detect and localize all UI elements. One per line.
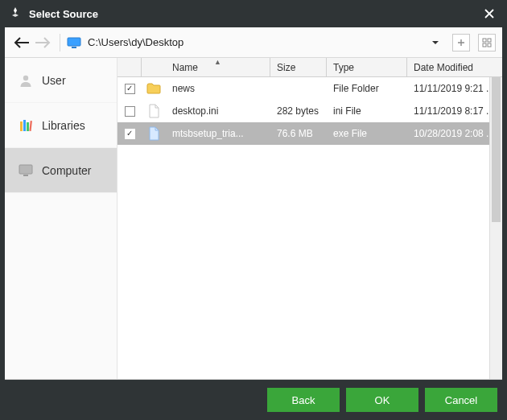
sidebar-item-user[interactable]: User bbox=[5, 58, 117, 103]
svg-rect-4 bbox=[483, 43, 486, 47]
nav-forward-button[interactable] bbox=[32, 32, 53, 53]
svg-rect-7 bbox=[20, 121, 23, 131]
sidebar-item-computer[interactable]: Computer bbox=[5, 148, 117, 193]
path-display[interactable]: C:\Users\dy\Desktop bbox=[88, 36, 427, 48]
sidebar-item-label: Libraries bbox=[42, 119, 85, 132]
close-button[interactable] bbox=[476, 1, 502, 27]
svg-rect-0 bbox=[68, 38, 80, 46]
column-check[interactable] bbox=[117, 58, 142, 76]
libraries-icon bbox=[18, 117, 34, 134]
svg-rect-2 bbox=[483, 39, 486, 42]
file-type: ini File bbox=[327, 105, 407, 117]
svg-rect-3 bbox=[488, 39, 491, 42]
file-icon bbox=[142, 104, 166, 118]
svg-rect-1 bbox=[72, 47, 76, 48]
svg-rect-10 bbox=[29, 120, 32, 130]
cancel-button[interactable]: Cancel bbox=[425, 388, 497, 412]
file-date: 11/11/2019 8:17 ... bbox=[407, 105, 502, 117]
ok-button[interactable]: OK bbox=[346, 388, 418, 412]
file-type: File Folder bbox=[327, 83, 407, 94]
column-name[interactable]: ▲ Name bbox=[166, 58, 270, 76]
computer-icon bbox=[18, 163, 34, 179]
svg-rect-11 bbox=[19, 165, 32, 174]
svg-rect-8 bbox=[23, 120, 26, 131]
file-size: 282 bytes bbox=[270, 105, 327, 117]
column-size[interactable]: Size bbox=[270, 58, 327, 76]
file-rows: ✓newsFile Folder11/11/2019 9:21 ...deskt… bbox=[117, 77, 502, 379]
sidebar-item-libraries[interactable]: Libraries bbox=[5, 103, 117, 148]
svg-rect-9 bbox=[27, 122, 29, 131]
monitor-icon bbox=[67, 37, 81, 48]
table-row[interactable]: ✓mtsbsetup_tria...76.6 MBexe File10/28/2… bbox=[117, 122, 502, 145]
table-row[interactable]: ✓newsFile Folder11/11/2019 9:21 ... bbox=[117, 77, 502, 100]
svg-rect-12 bbox=[23, 175, 28, 176]
svg-point-6 bbox=[23, 75, 28, 80]
file-name: news bbox=[166, 83, 270, 94]
sidebar-item-label: Computer bbox=[42, 164, 91, 177]
column-date[interactable]: Date Modified bbox=[407, 58, 502, 76]
titlebar: Select Source bbox=[0, 0, 507, 27]
svg-rect-5 bbox=[488, 43, 491, 47]
scrollbar-thumb[interactable] bbox=[492, 77, 501, 222]
file-name: desktop.ini bbox=[166, 105, 270, 117]
checkbox[interactable] bbox=[125, 106, 135, 117]
file-icon bbox=[142, 126, 166, 141]
column-type[interactable]: Type bbox=[327, 58, 407, 76]
sidebar: User Libraries Computer bbox=[5, 58, 117, 379]
file-pane: ▲ Name Size Type Date Modified ✓newsFile… bbox=[117, 58, 502, 379]
file-type: exe File bbox=[327, 128, 407, 139]
sort-asc-icon: ▲ bbox=[214, 58, 221, 66]
scrollbar-vertical[interactable] bbox=[489, 77, 502, 379]
checkbox[interactable]: ✓ bbox=[125, 84, 135, 94]
file-name: mtsbsetup_tria... bbox=[166, 128, 270, 139]
checkbox[interactable]: ✓ bbox=[125, 129, 135, 139]
back-button[interactable]: Back bbox=[267, 388, 340, 412]
file-date: 11/11/2019 9:21 ... bbox=[407, 83, 502, 94]
user-icon bbox=[18, 72, 34, 89]
new-folder-button[interactable] bbox=[452, 34, 470, 51]
view-toggle-button[interactable] bbox=[478, 34, 496, 51]
app-icon bbox=[8, 6, 23, 21]
path-dropdown[interactable] bbox=[427, 34, 444, 51]
sidebar-item-label: User bbox=[42, 74, 66, 87]
folder-icon bbox=[142, 83, 166, 94]
file-size: 76.6 MB bbox=[270, 128, 327, 139]
table-row[interactable]: desktop.ini282 bytesini File11/11/2019 8… bbox=[117, 100, 502, 122]
window-title: Select Source bbox=[29, 8, 476, 20]
toolbar: C:\Users\dy\Desktop bbox=[5, 27, 502, 58]
file-date: 10/28/2019 2:08 ... bbox=[407, 128, 502, 139]
footer: Back OK Cancel bbox=[0, 380, 507, 420]
separator bbox=[60, 34, 60, 51]
nav-back-button[interactable] bbox=[11, 32, 32, 53]
column-icon bbox=[142, 58, 166, 76]
column-headers: ▲ Name Size Type Date Modified bbox=[117, 58, 502, 77]
